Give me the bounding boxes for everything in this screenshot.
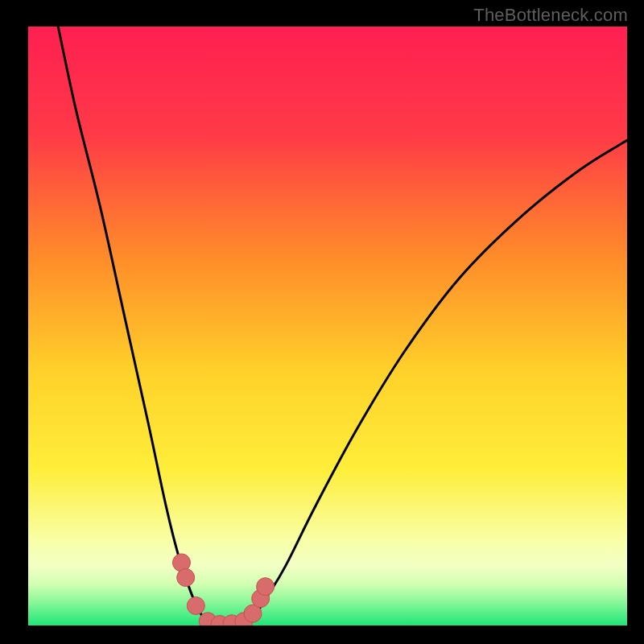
bottleneck-curve	[58, 27, 627, 625]
highlight-marker	[187, 597, 204, 614]
highlight-marker	[177, 568, 195, 586]
chart-frame: TheBottleneck.com	[0, 0, 644, 644]
watermark-text: TheBottleneck.com	[473, 5, 628, 26]
highlight-marker	[257, 578, 275, 596]
plot-area	[28, 27, 627, 625]
chart-svg	[28, 27, 627, 625]
